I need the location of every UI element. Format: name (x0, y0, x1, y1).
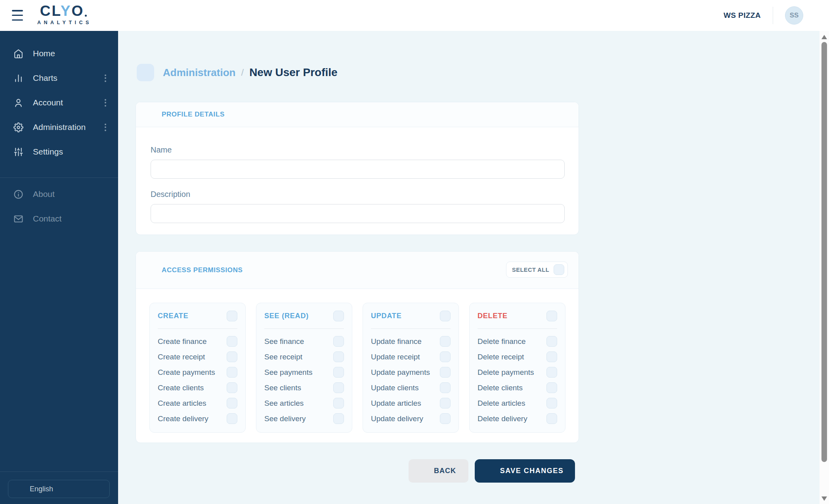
checkbox-update-finance[interactable] (440, 336, 451, 347)
checkbox-create-clients[interactable] (227, 382, 237, 393)
permission-row-update-receipt: Update receipt (371, 349, 451, 365)
checkbox-create-delivery[interactable] (227, 413, 237, 424)
sidebar-item-home[interactable]: Home (0, 41, 118, 66)
chevron-down-icon[interactable] (809, 12, 816, 19)
sidebar-item-account[interactable]: Account (0, 90, 118, 115)
checkbox-see-delivery[interactable] (333, 413, 344, 424)
permission-label: Update finance (371, 337, 422, 346)
permission-group-title: CREATE (158, 312, 188, 320)
top-bar: CLYO ANALYTICS WS PIZZA SS (0, 0, 829, 31)
permission-label: Delete receipt (478, 353, 524, 361)
permission-row-delete-payments: Delete payments (478, 365, 557, 380)
profile-details-card: PROFILE DETAILS Name Description (136, 102, 579, 235)
permission-label: Delete articles (478, 399, 525, 408)
permission-label: Create clients (158, 384, 204, 392)
sidebar-item-label: Home (33, 49, 108, 58)
sidebar-item-settings[interactable]: Settings (0, 139, 118, 164)
checkbox-group-delete[interactable] (546, 311, 557, 321)
avatar[interactable]: SS (785, 6, 803, 25)
permission-label: See delivery (264, 414, 306, 423)
checkbox-create-articles[interactable] (227, 398, 237, 409)
permission-row-delete-delivery: Delete delivery (478, 411, 557, 426)
breadcrumb-icon-chip (137, 64, 154, 81)
kebab-menu-icon[interactable] (103, 97, 108, 108)
permission-group-title: UPDATE (371, 312, 401, 320)
permission-row-create-payments: Create payments (158, 365, 237, 380)
sliders-icon (13, 147, 23, 157)
logo-subtitle: ANALYTICS (35, 20, 92, 25)
permission-row-delete-receipt: Delete receipt (478, 349, 557, 365)
save-changes-button[interactable]: SAVE CHANGES (475, 459, 575, 483)
permission-group-title: DELETE (478, 312, 508, 320)
permission-row-update-clients: Update clients (371, 380, 451, 395)
checkbox-update-payments[interactable] (440, 367, 451, 378)
checkbox-group-update[interactable] (440, 311, 451, 321)
info-icon (13, 189, 23, 199)
scrollbar-down-arrow[interactable] (821, 496, 827, 501)
logo-wordmark: CLYO (40, 4, 84, 18)
name-input[interactable] (151, 160, 565, 179)
checkbox-see-clients[interactable] (333, 382, 344, 393)
checkbox-see-articles[interactable] (333, 398, 344, 409)
building-icon (709, 10, 720, 21)
company-switcher[interactable]: WS PIZZA (709, 10, 761, 21)
checkbox-delete-finance[interactable] (546, 336, 557, 347)
checkbox-delete-receipt[interactable] (546, 351, 557, 362)
globe-icon (15, 485, 23, 493)
app-logo: CLYO ANALYTICS (35, 4, 92, 25)
checkbox-create-receipt[interactable] (227, 351, 237, 362)
permission-label: Delete delivery (478, 414, 527, 423)
access-permissions-card: ACCESS PERMISSIONS SELECT ALL CREATECrea… (136, 251, 579, 443)
permission-row-see-clients: See clients (264, 380, 344, 395)
group-divider (371, 328, 451, 329)
checkbox-update-clients[interactable] (440, 382, 451, 393)
permission-label: Create finance (158, 337, 207, 346)
permission-row-update-payments: Update payments (371, 365, 451, 380)
language-label: English (30, 485, 94, 493)
back-button[interactable]: BACK (409, 459, 468, 483)
gear-icon (141, 68, 150, 77)
mail-icon (13, 214, 23, 224)
permission-label: See articles (264, 399, 304, 408)
sidebar-item-about[interactable]: About (0, 182, 118, 206)
checkbox-see-receipt[interactable] (333, 351, 344, 362)
description-field-label: Description (151, 190, 565, 199)
breadcrumb-section-link[interactable]: Administration (163, 67, 235, 79)
select-all-control[interactable]: SELECT ALL (506, 262, 568, 278)
checkbox-update-articles[interactable] (440, 398, 451, 409)
select-all-checkbox[interactable] (554, 264, 564, 275)
permission-label: Update articles (371, 399, 421, 408)
scrollbar-thumb[interactable] (821, 42, 827, 462)
sidebar-item-label: About (33, 189, 108, 199)
kebab-menu-icon[interactable] (103, 73, 108, 84)
sidebar-item-contact[interactable]: Contact (0, 206, 118, 231)
sidebar-divider (0, 472, 118, 472)
checkbox-group-create[interactable] (227, 311, 237, 321)
description-input[interactable] (151, 204, 565, 223)
checkbox-update-delivery[interactable] (440, 413, 451, 424)
checkbox-delete-payments[interactable] (546, 367, 557, 378)
permission-row-update-finance: Update finance (371, 334, 451, 349)
checkbox-see-finance[interactable] (333, 336, 344, 347)
access-permissions-title: ACCESS PERMISSIONS (162, 266, 243, 274)
checkbox-create-payments[interactable] (227, 367, 237, 378)
language-selector[interactable]: English (8, 480, 110, 498)
checkbox-group-see-read[interactable] (333, 311, 344, 321)
hamburger-menu-icon[interactable] (12, 10, 23, 21)
checkbox-delete-clients[interactable] (546, 382, 557, 393)
logo-trademark-dot (85, 15, 87, 17)
sidebar-item-administration[interactable]: Administration (0, 115, 118, 139)
permission-label: Create payments (158, 368, 215, 377)
kebab-menu-icon[interactable] (103, 122, 108, 133)
checkbox-see-payments[interactable] (333, 367, 344, 378)
checkbox-update-receipt[interactable] (440, 351, 451, 362)
permission-row-create-articles: Create articles (158, 395, 237, 411)
scrollbar-up-arrow[interactable] (821, 35, 827, 39)
checkbox-delete-delivery[interactable] (546, 413, 557, 424)
permission-row-see-articles: See articles (264, 395, 344, 411)
checkbox-delete-articles[interactable] (546, 398, 557, 409)
permission-group-title: SEE (READ) (264, 312, 309, 320)
permission-group-see-read: SEE (READ)See financeSee receiptSee paym… (256, 303, 352, 433)
checkbox-create-finance[interactable] (227, 336, 237, 347)
sidebar-item-charts[interactable]: Charts (0, 66, 118, 90)
